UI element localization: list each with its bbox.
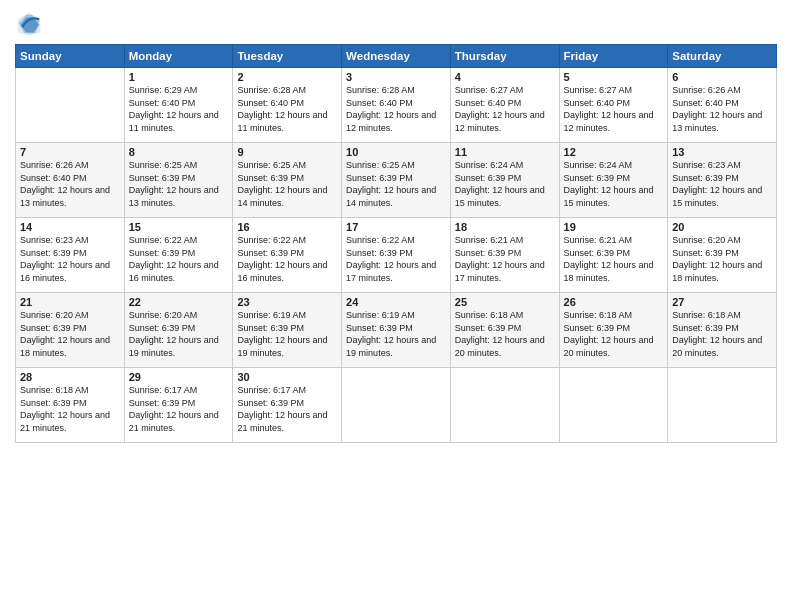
calendar-cell bbox=[16, 68, 125, 143]
calendar-cell: 24Sunrise: 6:19 AMSunset: 6:39 PMDayligh… bbox=[342, 293, 451, 368]
calendar-cell: 1Sunrise: 6:29 AMSunset: 6:40 PMDaylight… bbox=[124, 68, 233, 143]
day-info: Sunrise: 6:19 AMSunset: 6:39 PMDaylight:… bbox=[237, 309, 337, 359]
day-info: Sunrise: 6:20 AMSunset: 6:39 PMDaylight:… bbox=[672, 234, 772, 284]
day-number: 16 bbox=[237, 221, 337, 233]
page: SundayMondayTuesdayWednesdayThursdayFrid… bbox=[0, 0, 792, 612]
day-info: Sunrise: 6:22 AMSunset: 6:39 PMDaylight:… bbox=[237, 234, 337, 284]
calendar-cell: 19Sunrise: 6:21 AMSunset: 6:39 PMDayligh… bbox=[559, 218, 668, 293]
calendar-week-row: 28Sunrise: 6:18 AMSunset: 6:39 PMDayligh… bbox=[16, 368, 777, 443]
calendar-cell: 21Sunrise: 6:20 AMSunset: 6:39 PMDayligh… bbox=[16, 293, 125, 368]
day-number: 22 bbox=[129, 296, 229, 308]
day-info: Sunrise: 6:17 AMSunset: 6:39 PMDaylight:… bbox=[237, 384, 337, 434]
day-number: 8 bbox=[129, 146, 229, 158]
day-info: Sunrise: 6:22 AMSunset: 6:39 PMDaylight:… bbox=[129, 234, 229, 284]
day-info: Sunrise: 6:24 AMSunset: 6:39 PMDaylight:… bbox=[564, 159, 664, 209]
header-day: Tuesday bbox=[233, 45, 342, 68]
day-info: Sunrise: 6:26 AMSunset: 6:40 PMDaylight:… bbox=[20, 159, 120, 209]
day-info: Sunrise: 6:20 AMSunset: 6:39 PMDaylight:… bbox=[129, 309, 229, 359]
calendar-cell: 7Sunrise: 6:26 AMSunset: 6:40 PMDaylight… bbox=[16, 143, 125, 218]
header-day: Sunday bbox=[16, 45, 125, 68]
day-number: 6 bbox=[672, 71, 772, 83]
day-number: 13 bbox=[672, 146, 772, 158]
header bbox=[15, 10, 777, 38]
day-number: 28 bbox=[20, 371, 120, 383]
calendar-cell bbox=[559, 368, 668, 443]
day-number: 20 bbox=[672, 221, 772, 233]
calendar-cell: 4Sunrise: 6:27 AMSunset: 6:40 PMDaylight… bbox=[450, 68, 559, 143]
day-info: Sunrise: 6:22 AMSunset: 6:39 PMDaylight:… bbox=[346, 234, 446, 284]
calendar-cell: 25Sunrise: 6:18 AMSunset: 6:39 PMDayligh… bbox=[450, 293, 559, 368]
day-info: Sunrise: 6:17 AMSunset: 6:39 PMDaylight:… bbox=[129, 384, 229, 434]
calendar-cell: 5Sunrise: 6:27 AMSunset: 6:40 PMDaylight… bbox=[559, 68, 668, 143]
calendar-cell: 30Sunrise: 6:17 AMSunset: 6:39 PMDayligh… bbox=[233, 368, 342, 443]
day-number: 27 bbox=[672, 296, 772, 308]
calendar-cell: 13Sunrise: 6:23 AMSunset: 6:39 PMDayligh… bbox=[668, 143, 777, 218]
day-info: Sunrise: 6:18 AMSunset: 6:39 PMDaylight:… bbox=[672, 309, 772, 359]
calendar-cell: 28Sunrise: 6:18 AMSunset: 6:39 PMDayligh… bbox=[16, 368, 125, 443]
header-day: Thursday bbox=[450, 45, 559, 68]
day-number: 11 bbox=[455, 146, 555, 158]
calendar-cell: 14Sunrise: 6:23 AMSunset: 6:39 PMDayligh… bbox=[16, 218, 125, 293]
day-number: 24 bbox=[346, 296, 446, 308]
day-info: Sunrise: 6:29 AMSunset: 6:40 PMDaylight:… bbox=[129, 84, 229, 134]
day-info: Sunrise: 6:18 AMSunset: 6:39 PMDaylight:… bbox=[455, 309, 555, 359]
calendar-cell: 27Sunrise: 6:18 AMSunset: 6:39 PMDayligh… bbox=[668, 293, 777, 368]
day-info: Sunrise: 6:18 AMSunset: 6:39 PMDaylight:… bbox=[564, 309, 664, 359]
header-row: SundayMondayTuesdayWednesdayThursdayFrid… bbox=[16, 45, 777, 68]
day-info: Sunrise: 6:23 AMSunset: 6:39 PMDaylight:… bbox=[20, 234, 120, 284]
day-info: Sunrise: 6:19 AMSunset: 6:39 PMDaylight:… bbox=[346, 309, 446, 359]
day-number: 15 bbox=[129, 221, 229, 233]
day-number: 18 bbox=[455, 221, 555, 233]
day-number: 14 bbox=[20, 221, 120, 233]
logo bbox=[15, 10, 47, 38]
calendar-cell: 11Sunrise: 6:24 AMSunset: 6:39 PMDayligh… bbox=[450, 143, 559, 218]
calendar-cell: 20Sunrise: 6:20 AMSunset: 6:39 PMDayligh… bbox=[668, 218, 777, 293]
day-info: Sunrise: 6:25 AMSunset: 6:39 PMDaylight:… bbox=[237, 159, 337, 209]
calendar-cell: 9Sunrise: 6:25 AMSunset: 6:39 PMDaylight… bbox=[233, 143, 342, 218]
day-info: Sunrise: 6:23 AMSunset: 6:39 PMDaylight:… bbox=[672, 159, 772, 209]
calendar-cell: 26Sunrise: 6:18 AMSunset: 6:39 PMDayligh… bbox=[559, 293, 668, 368]
day-info: Sunrise: 6:28 AMSunset: 6:40 PMDaylight:… bbox=[237, 84, 337, 134]
calendar-cell bbox=[668, 368, 777, 443]
header-day: Saturday bbox=[668, 45, 777, 68]
calendar-cell: 22Sunrise: 6:20 AMSunset: 6:39 PMDayligh… bbox=[124, 293, 233, 368]
calendar-week-row: 21Sunrise: 6:20 AMSunset: 6:39 PMDayligh… bbox=[16, 293, 777, 368]
calendar-cell: 2Sunrise: 6:28 AMSunset: 6:40 PMDaylight… bbox=[233, 68, 342, 143]
day-number: 29 bbox=[129, 371, 229, 383]
calendar-cell: 8Sunrise: 6:25 AMSunset: 6:39 PMDaylight… bbox=[124, 143, 233, 218]
day-number: 2 bbox=[237, 71, 337, 83]
day-number: 17 bbox=[346, 221, 446, 233]
day-number: 7 bbox=[20, 146, 120, 158]
calendar-cell: 17Sunrise: 6:22 AMSunset: 6:39 PMDayligh… bbox=[342, 218, 451, 293]
day-info: Sunrise: 6:18 AMSunset: 6:39 PMDaylight:… bbox=[20, 384, 120, 434]
calendar-week-row: 7Sunrise: 6:26 AMSunset: 6:40 PMDaylight… bbox=[16, 143, 777, 218]
day-number: 25 bbox=[455, 296, 555, 308]
calendar-cell: 23Sunrise: 6:19 AMSunset: 6:39 PMDayligh… bbox=[233, 293, 342, 368]
day-info: Sunrise: 6:21 AMSunset: 6:39 PMDaylight:… bbox=[564, 234, 664, 284]
day-info: Sunrise: 6:26 AMSunset: 6:40 PMDaylight:… bbox=[672, 84, 772, 134]
header-day: Monday bbox=[124, 45, 233, 68]
day-info: Sunrise: 6:28 AMSunset: 6:40 PMDaylight:… bbox=[346, 84, 446, 134]
day-number: 4 bbox=[455, 71, 555, 83]
calendar-cell: 29Sunrise: 6:17 AMSunset: 6:39 PMDayligh… bbox=[124, 368, 233, 443]
header-day: Wednesday bbox=[342, 45, 451, 68]
day-number: 21 bbox=[20, 296, 120, 308]
day-number: 9 bbox=[237, 146, 337, 158]
calendar-week-row: 1Sunrise: 6:29 AMSunset: 6:40 PMDaylight… bbox=[16, 68, 777, 143]
day-number: 23 bbox=[237, 296, 337, 308]
calendar-week-row: 14Sunrise: 6:23 AMSunset: 6:39 PMDayligh… bbox=[16, 218, 777, 293]
day-number: 5 bbox=[564, 71, 664, 83]
day-info: Sunrise: 6:24 AMSunset: 6:39 PMDaylight:… bbox=[455, 159, 555, 209]
day-number: 10 bbox=[346, 146, 446, 158]
header-day: Friday bbox=[559, 45, 668, 68]
day-number: 19 bbox=[564, 221, 664, 233]
day-number: 30 bbox=[237, 371, 337, 383]
calendar-cell bbox=[450, 368, 559, 443]
day-number: 26 bbox=[564, 296, 664, 308]
day-info: Sunrise: 6:25 AMSunset: 6:39 PMDaylight:… bbox=[346, 159, 446, 209]
day-number: 12 bbox=[564, 146, 664, 158]
day-info: Sunrise: 6:27 AMSunset: 6:40 PMDaylight:… bbox=[564, 84, 664, 134]
calendar-cell: 10Sunrise: 6:25 AMSunset: 6:39 PMDayligh… bbox=[342, 143, 451, 218]
day-info: Sunrise: 6:20 AMSunset: 6:39 PMDaylight:… bbox=[20, 309, 120, 359]
logo-icon bbox=[15, 10, 43, 38]
